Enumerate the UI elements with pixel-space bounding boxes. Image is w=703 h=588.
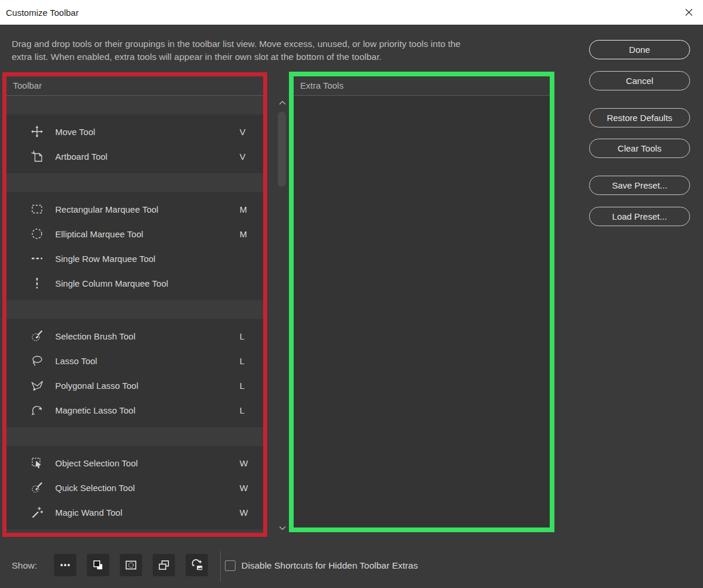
tool-label: Move Tool (55, 127, 240, 137)
tool-group: Object Selection ToolWQuick Selection To… (6, 446, 263, 529)
tool-group: Selection Brush ToolLLasso ToolLPolygona… (6, 319, 263, 427)
tool-row-selection-brush-tool[interactable]: Selection Brush ToolL (6, 324, 263, 348)
tool-label: Object Selection Tool (55, 458, 240, 468)
restore-defaults-button[interactable]: Restore Defaults (589, 108, 690, 127)
close-button[interactable] (680, 3, 698, 22)
tool-shortcut: L (240, 331, 255, 341)
tool-row-artboard-tool[interactable]: Artboard ToolV (6, 144, 263, 169)
toolbar-panel-title: Toolbar (6, 76, 263, 90)
fg-bg-colors-icon (92, 559, 105, 572)
disable-shortcuts-label: Disable Shortcuts for Hidden Toolbar Ext… (241, 560, 418, 571)
tool-label: Selection Brush Tool (55, 331, 240, 341)
lasso-icon (31, 354, 43, 367)
tool-row-polygonal-lasso-tool[interactable]: Polygonal Lasso ToolL (6, 373, 263, 398)
show-label: Show: (12, 560, 37, 571)
scrollbar-up-arrow[interactable] (276, 99, 289, 107)
object-selection-icon (31, 456, 43, 469)
tool-row-quick-selection-tool[interactable]: Quick Selection ToolW (6, 475, 263, 500)
tool-row-lasso-tool[interactable]: Lasso ToolL (6, 348, 263, 373)
scrollbar-down-arrow[interactable] (276, 524, 289, 532)
tool-shortcut: M (240, 204, 255, 214)
magic-wand-icon (31, 506, 43, 519)
tool-label: Artboard Tool (55, 152, 240, 162)
tool-shortcut: W (240, 483, 255, 493)
show-icon-buttons (54, 554, 208, 576)
tool-shortcut: W (240, 508, 255, 518)
tool-shortcut: V (240, 152, 255, 162)
extra-tools-list[interactable] (294, 96, 550, 527)
done-button[interactable]: Done (589, 40, 690, 59)
screen-mode-button[interactable] (153, 554, 175, 576)
clear-tools-button[interactable]: Clear Tools (589, 139, 690, 158)
save-preset-button[interactable]: Save Preset... (589, 176, 690, 195)
scrollbar-thumb[interactable] (278, 112, 286, 187)
chevron-down-icon (278, 526, 287, 530)
dialog-instructions: Drag and drop tools or their groupings i… (12, 38, 460, 63)
tool-label: Rectangular Marquee Tool (55, 204, 240, 214)
tool-label: Quick Selection Tool (55, 483, 240, 493)
disable-shortcuts-checkbox[interactable] (225, 560, 236, 571)
artboard-icon (31, 150, 43, 163)
footer-divider (220, 551, 221, 582)
tool-shortcut: L (240, 356, 255, 366)
selection-brush-icon (31, 330, 43, 342)
tool-label: Magic Wand Tool (55, 508, 240, 518)
toolbar-scrollbar[interactable] (276, 99, 289, 532)
fg-bg-colors-button[interactable] (87, 554, 109, 576)
tool-shortcut: M (240, 229, 255, 239)
extra-tools-panel-title: Extra Tools (294, 76, 550, 90)
polygonal-lasso-icon (31, 379, 43, 392)
tool-shortcut: W (240, 458, 255, 468)
tool-shortcut: L (240, 381, 255, 391)
tool-label: Magnetic Lasso Tool (55, 405, 240, 415)
ellipsis-icon (59, 559, 72, 572)
generative-image-icon (190, 559, 203, 572)
tool-row-magic-wand-tool[interactable]: Magic Wand ToolW (6, 500, 263, 525)
tool-label: Elliptical Marquee Tool (55, 229, 240, 239)
tool-group: Move ToolVArtboard ToolV (6, 115, 263, 173)
window-titlebar: Customize Toolbar (0, 0, 703, 25)
tool-row-object-selection-tool[interactable]: Object Selection ToolW (6, 451, 263, 475)
tool-label: Single Row Marquee Tool (55, 254, 240, 264)
tool-row-elliptical-marquee-tool[interactable]: Elliptical Marquee ToolM (6, 221, 263, 246)
tool-shortcut: V (240, 127, 255, 137)
quick-selection-icon (31, 481, 43, 494)
tool-row-rectangular-marquee-tool[interactable]: Rectangular Marquee ToolM (6, 197, 263, 221)
customize-toolbar-dialog: Drag and drop tools or their groupings i… (0, 25, 703, 588)
tool-label: Polygonal Lasso Tool (55, 381, 240, 391)
tool-row-single-row-marquee-tool[interactable]: Single Row Marquee Tool (6, 246, 263, 271)
window-title: Customize Toolbar (0, 8, 79, 18)
move-icon (31, 125, 43, 138)
dialog-footer: Show: Disable Shortcuts for Hidden Toolb… (0, 546, 703, 588)
elliptical-marquee-icon (31, 227, 43, 240)
tool-row-move-tool[interactable]: Move ToolV (6, 119, 263, 144)
screen-mode-icon (157, 559, 170, 572)
toolbar-panel: Toolbar Move ToolVArtboard ToolVRectangu… (6, 76, 263, 533)
tool-group: Rectangular Marquee ToolMElliptical Marq… (6, 192, 263, 300)
quick-mask-icon (125, 559, 137, 572)
tool-label: Lasso Tool (55, 356, 240, 366)
single-row-marquee-icon (31, 252, 43, 265)
ellipsis-button[interactable] (54, 554, 76, 576)
single-column-marquee-icon (31, 277, 43, 290)
quick-mask-button[interactable] (120, 554, 142, 576)
close-icon (684, 8, 694, 17)
generative-image-button[interactable] (186, 554, 208, 576)
instructions-line-1: Drag and drop tools or their groupings i… (12, 38, 460, 51)
load-preset-button[interactable]: Load Preset... (589, 207, 690, 226)
rectangular-marquee-icon (31, 203, 43, 216)
tool-shortcut: L (240, 405, 255, 415)
instructions-line-2: extra list. When enabled, extra tools wi… (12, 51, 460, 63)
toolbar-tool-list: Move ToolVArtboard ToolVRectangular Marq… (6, 96, 263, 533)
tool-row-magnetic-lasso-tool[interactable]: Magnetic Lasso ToolL (6, 398, 263, 422)
tool-row-single-column-marquee-tool[interactable]: Single Column Marquee Tool (6, 271, 263, 295)
chevron-up-icon (278, 100, 287, 105)
tool-label: Single Column Marquee Tool (55, 278, 240, 288)
cancel-button[interactable]: Cancel (589, 71, 690, 90)
extra-tools-panel: Extra Tools (294, 76, 550, 527)
magnetic-lasso-icon (31, 404, 43, 416)
